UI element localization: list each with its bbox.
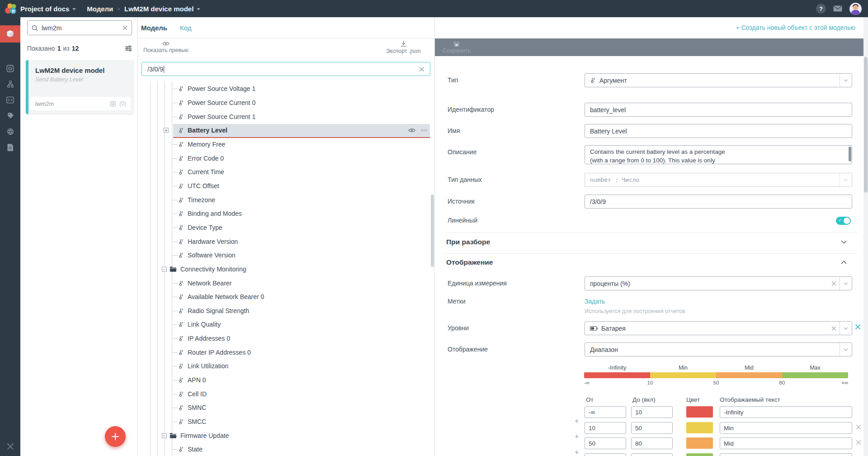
clear-unit-icon[interactable] [831,281,836,286]
collapse-icon[interactable]: − [162,266,167,271]
tree-item[interactable]: Software Version [138,248,434,262]
remove-range-icon[interactable] [856,440,861,445]
range-from-input[interactable]: 10 [585,422,626,434]
range-from-input[interactable]: 50 [585,437,626,449]
add-range-icon[interactable]: + [575,418,579,424]
tab-model[interactable]: Модель [141,24,167,32]
tree-item[interactable]: Device Type [138,221,434,235]
range-to-input[interactable]: 50 [631,422,673,434]
tab-code[interactable]: Код [180,24,192,32]
dropdown-chevron-icon[interactable] [840,322,852,335]
display-mode-select[interactable]: Диапазон [585,342,852,356]
add-range-icon[interactable]: + [575,449,579,456]
tree-search-input[interactable]: /3/0/9 [142,62,430,76]
name-input[interactable]: Battery Level [585,124,852,138]
create-object-link[interactable]: + Создать новый объект с этой моделью [736,17,855,38]
tree-item[interactable]: Power Source Voltage 1 [138,82,434,96]
dropdown-chevron-icon[interactable] [840,343,852,356]
range-color-swatch[interactable] [686,453,713,456]
export-json-button[interactable]: Экспорт .json [378,41,428,54]
section-display[interactable]: Отображение [446,258,493,266]
textarea-scrollbar[interactable] [849,147,851,162]
sidebar-item-tags[interactable] [0,107,20,124]
sidebar-item-tools[interactable] [0,438,20,455]
tree-item[interactable]: Timezone [138,193,434,207]
tree-item[interactable]: Available Network Bearer 0 [138,290,434,304]
models-search-input[interactable]: lwm2m [27,20,132,35]
levels-select[interactable]: Батарея [585,321,852,335]
sidebar-item-objects[interactable] [0,60,20,77]
range-color-swatch[interactable] [686,422,713,433]
tree-item[interactable]: Error Code 0 [138,151,434,165]
sidebar-item-network[interactable] [0,123,20,140]
range-to-input[interactable]: 80 [631,437,673,449]
tree-item[interactable]: IP Addresses 0 [138,332,434,346]
expand-icon[interactable]: + [164,128,169,133]
save-button[interactable]: Сохранить [439,38,475,56]
tree-item[interactable]: Binding and Modes [138,207,434,221]
sidebar-item-documents[interactable] [0,139,20,156]
collapse-icon[interactable]: − [162,433,167,438]
identifier-input[interactable]: battery_level [585,103,852,117]
range-from-input[interactable] [585,453,626,456]
breadcrumb-models[interactable]: Модели [87,5,113,13]
range-text-input[interactable]: -Infinity [720,406,852,418]
tree-item[interactable]: UTC Offset [138,179,434,193]
range-text-input[interactable]: Mid [720,437,852,449]
tree-item[interactable]: Power Source Current 1 [138,109,434,124]
source-input[interactable]: /3/0/9 [585,195,852,209]
app-logo-icon[interactable]: R [5,3,17,15]
dropdown-chevron-icon[interactable] [840,74,852,87]
range-color-swatch[interactable] [686,406,713,418]
remove-range-icon[interactable] [856,424,861,430]
unit-select[interactable]: проценты (%) [585,276,852,290]
chevron-up-icon[interactable] [841,261,847,264]
model-card[interactable]: LwM2M device model Send Battery Level lw… [26,60,134,114]
clear-tree-search-icon[interactable] [419,66,425,72]
section-parsing[interactable]: При разборе [446,238,490,246]
sidebar-item-models[interactable] [0,25,20,43]
tree-item[interactable]: Link Quality [138,318,434,332]
tree-item[interactable]: Network Bearer [138,276,434,290]
page-scrollbar[interactable] [863,17,868,456]
mail-icon[interactable] [833,5,842,12]
range-color-swatch[interactable] [686,437,713,449]
chevron-down-icon[interactable] [841,240,847,244]
row-preview-eye-icon[interactable] [408,128,415,133]
tree-folder[interactable]: −Firmware Update [138,428,434,442]
sidebar-item-automata[interactable] [0,76,20,93]
show-preview-button[interactable]: Показать превью [141,41,191,53]
tree-item[interactable]: SMNC [138,401,434,415]
range-text-input[interactable] [720,453,852,456]
dropdown-chevron-icon[interactable] [840,277,852,290]
add-model-button[interactable] [105,426,126,447]
user-avatar[interactable] [849,3,862,15]
help-icon[interactable]: ? [816,4,826,14]
tree-item[interactable]: APN 0 [138,373,434,387]
tree-item[interactable]: Hardware Version [138,234,434,248]
row-more-actions-icon[interactable] [421,129,427,131]
tree-item[interactable]: State [138,442,434,456]
clear-levels-icon[interactable] [831,326,836,331]
type-select[interactable]: Аргумент [585,73,852,87]
tree-item[interactable]: Router IP Addresses 0 [138,345,434,359]
tree-folder[interactable]: −Connectivity Monitoring [138,262,434,276]
tree-item[interactable]: Power Source Current 0 [138,96,434,110]
tree-item[interactable]: +Battery Level [138,124,434,138]
project-switcher[interactable]: Project of docs [20,5,76,13]
range-from-input[interactable]: -∞ [585,406,626,418]
breadcrumb-current-model[interactable]: LwM2M device model [124,5,200,13]
description-textarea[interactable]: Contains the current battery level as a … [585,145,852,164]
remove-levels-icon[interactable] [855,324,861,330]
tree-item[interactable]: SMCC [138,415,434,429]
range-to-input[interactable]: 10 [631,406,673,418]
tree-item[interactable]: Cell ID [138,387,434,401]
sidebar-item-handlers[interactable] [0,91,20,109]
range-to-input[interactable] [631,453,673,456]
clear-search-icon[interactable] [123,25,127,30]
add-range-icon[interactable]: + [575,433,579,440]
range-text-input[interactable]: Min [720,422,852,434]
tree-item[interactable]: Current Time [138,165,434,179]
filter-icon[interactable] [125,45,132,52]
tree-item[interactable]: Link Utilization [138,359,434,373]
